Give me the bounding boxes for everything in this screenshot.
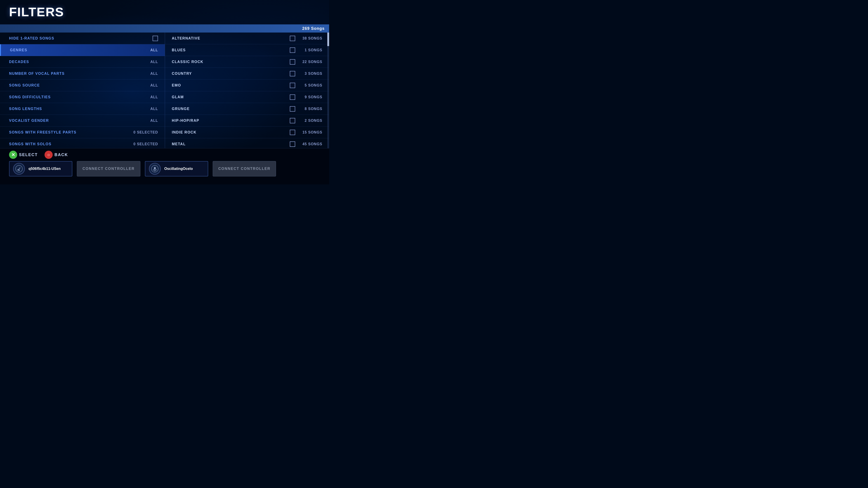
genre-name-country: COUNTRY: [172, 72, 192, 76]
filter-value-song-difficulties: ALL: [150, 95, 158, 99]
genre-checkbox-grunge[interactable]: [290, 106, 295, 111]
player1-connect-label: CONNECT CONTROLLER: [83, 167, 135, 171]
scrollbar[interactable]: [327, 33, 329, 148]
filter-row-freestyle-parts[interactable]: SONGS WITH FREESTYLE PARTS 0 SELECTED: [0, 127, 165, 138]
genre-row-classic-rock[interactable]: CLASSIC ROCK 22 SONGS: [165, 56, 329, 68]
filter-row-song-difficulties[interactable]: SONG DIFFICULTIES ALL: [0, 91, 165, 103]
filter-row-song-lengths[interactable]: SONG LENGTHS ALL: [0, 103, 165, 115]
genre-right-country: 3 SONGS: [290, 71, 322, 76]
genre-count-blues: 1 SONGS: [300, 48, 322, 52]
genre-row-emo[interactable]: EMO 5 SONGS: [165, 79, 329, 91]
genre-checkbox-indie-rock[interactable]: [290, 130, 295, 135]
genre-count-indie-rock: 15 SONGS: [300, 130, 322, 134]
genre-right-metal: 45 SONGS: [290, 141, 322, 147]
filter-value-vocal-parts: ALL: [150, 72, 158, 76]
genre-count-classic-rock: 22 SONGS: [300, 60, 322, 64]
filter-row-song-source[interactable]: SONG SOURCE ALL: [0, 79, 165, 91]
genre-checkbox-metal[interactable]: [290, 141, 295, 147]
filter-label-solos: SONGS WITH SOLOS: [9, 142, 52, 146]
player2-icon: [149, 163, 161, 175]
filter-value-vocalist-gender: ALL: [150, 119, 158, 123]
filter-value-decades: ALL: [150, 60, 158, 64]
genre-row-metal[interactable]: METAL 45 SONGS: [165, 138, 329, 148]
filter-label-vocalist-gender: VOCALIST GENDER: [9, 119, 49, 123]
song-count-bar: 269 Songs: [0, 24, 329, 33]
filter-row-genres[interactable]: GENRES ALL: [0, 44, 165, 56]
circle-icon: ○: [47, 152, 50, 158]
genre-count-country: 3 SONGS: [300, 72, 322, 76]
scrollbar-thumb[interactable]: [327, 33, 329, 46]
player1-icon: [13, 163, 25, 175]
left-panel: HIDE 1-RATED SONGS GENRES ALL DECADES AL…: [0, 33, 165, 148]
main-content: HIDE 1-RATED SONGS GENRES ALL DECADES AL…: [0, 33, 329, 148]
select-button-circle: ✕: [9, 151, 17, 159]
genre-name-metal: METAL: [172, 142, 186, 146]
genre-name-classic-rock: CLASSIC ROCK: [172, 60, 204, 64]
genre-name-blues: BLUES: [172, 48, 186, 52]
genre-name-emo: EMO: [172, 84, 181, 88]
genre-count-metal: 45 SONGS: [300, 142, 322, 146]
genre-name-glam: GLAM: [172, 95, 184, 99]
genre-right-classic-rock: 22 SONGS: [290, 59, 322, 65]
genre-right-hiphop: 2 SONGS: [290, 118, 322, 123]
genre-right-blues: 1 SONGS: [290, 47, 322, 53]
microphone-icon: [151, 165, 158, 172]
genre-name-hiphop: HIP-HOP/RAP: [172, 119, 199, 123]
song-count-text: 269 Songs: [302, 26, 324, 31]
filter-value-song-source: ALL: [150, 84, 158, 88]
genre-row-country[interactable]: COUNTRY 3 SONGS: [165, 68, 329, 79]
filter-value-solos: 0 SELECTED: [133, 142, 158, 146]
genre-row-hiphop[interactable]: HIP-HOP/RAP 2 SONGS: [165, 115, 329, 127]
x-icon: ✕: [11, 152, 15, 158]
genre-count-emo: 5 SONGS: [300, 84, 322, 88]
svg-rect-3: [154, 167, 156, 170]
genre-right-indie-rock: 15 SONGS: [290, 130, 322, 135]
genre-checkbox-classic-rock[interactable]: [290, 59, 295, 65]
player1-connect-button[interactable]: CONNECT CONTROLLER: [77, 161, 141, 176]
filter-label-song-lengths: SONG LENGTHS: [9, 107, 42, 111]
filter-row-vocalist-gender[interactable]: VOCALIST GENDER ALL: [0, 115, 165, 127]
filter-row-hide-rated[interactable]: HIDE 1-RATED SONGS: [0, 33, 165, 44]
green-circle-icon: ✕: [9, 151, 17, 159]
genre-row-alternative[interactable]: ALTERNATIVE 38 SONGS: [165, 33, 329, 44]
genre-right-emo: 5 SONGS: [290, 83, 322, 88]
genre-name-grunge: GRUNGE: [172, 107, 190, 111]
filter-label-decades: DECADES: [9, 60, 29, 64]
genre-row-grunge[interactable]: GRUNGE 8 SONGS: [165, 103, 329, 115]
filter-row-solos[interactable]: SONGS WITH SOLOS 0 SELECTED: [0, 138, 165, 148]
filter-label-genres: GENRES: [10, 48, 27, 52]
red-circle-icon: ○: [44, 151, 53, 159]
back-control: ○ BACK: [44, 151, 68, 159]
hide-rated-checkbox[interactable]: [153, 36, 158, 41]
controls-row: ✕ SELECT ○ BACK: [9, 151, 320, 159]
player2-card: OscillatingOcelo: [145, 161, 208, 176]
genre-checkbox-glam[interactable]: [290, 94, 295, 100]
genre-name-indie-rock: INDIE ROCK: [172, 130, 196, 134]
genre-count-grunge: 8 SONGS: [300, 107, 322, 111]
genre-right-alternative: 38 SONGS: [290, 36, 322, 41]
genre-name-alternative: ALTERNATIVE: [172, 36, 200, 40]
genre-row-blues[interactable]: BLUES 1 SONGS: [165, 44, 329, 56]
genre-checkbox-country[interactable]: [290, 71, 295, 76]
filter-row-vocal-parts[interactable]: NUMBER OF VOCAL PARTS ALL: [0, 68, 165, 79]
genre-checkbox-emo[interactable]: [290, 83, 295, 88]
genre-count-alternative: 38 SONGS: [300, 36, 322, 40]
select-control: ✕ SELECT: [9, 151, 38, 159]
filter-label-freestyle-parts: SONGS WITH FREESTYLE PARTS: [9, 130, 76, 134]
player2-connect-button[interactable]: CONNECT CONTROLLER: [213, 161, 276, 176]
genre-checkbox-hiphop[interactable]: [290, 118, 295, 123]
filter-label-song-source: SONG SOURCE: [9, 84, 40, 88]
genre-checkbox-alternative[interactable]: [290, 36, 295, 41]
genre-checkbox-blues[interactable]: [290, 47, 295, 53]
filter-value-genres: ALL: [150, 48, 158, 52]
player1-card: q506f5c4b11-USen: [9, 161, 72, 176]
filter-label-song-difficulties: SONG DIFFICULTIES: [9, 95, 51, 99]
page-title: FILTERS: [9, 4, 64, 19]
genre-count-hiphop: 2 SONGS: [300, 119, 322, 123]
filter-row-decades[interactable]: DECADES ALL: [0, 56, 165, 68]
guitar-icon: [16, 165, 23, 172]
genre-row-indie-rock[interactable]: INDIE ROCK 15 SONGS: [165, 127, 329, 138]
bottom-bar: ✕ SELECT ○ BACK q506f5c4b11-USen: [0, 148, 329, 184]
svg-point-1: [17, 169, 19, 170]
genre-row-glam[interactable]: GLAM 9 SONGS: [165, 91, 329, 103]
